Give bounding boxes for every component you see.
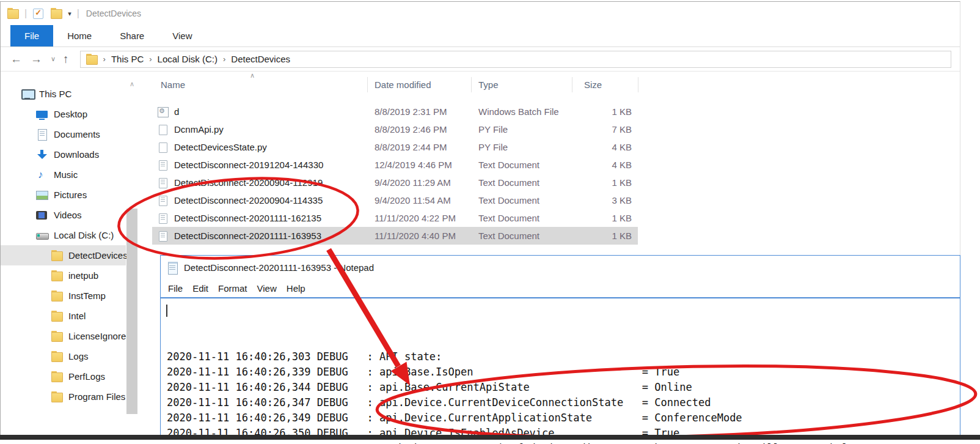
folder-icon[interactable] xyxy=(50,8,62,19)
file-row[interactable]: DetectDevicesState.py 8/8/2019 2:44 PM P… xyxy=(152,138,638,156)
file-text-icon xyxy=(157,177,169,188)
folder-icon xyxy=(51,311,63,322)
tab-view[interactable]: View xyxy=(158,25,206,46)
separator: | xyxy=(24,8,27,19)
file-size: 7 KB xyxy=(574,124,632,135)
sidebar-item[interactable]: This PC xyxy=(1,84,126,104)
breadcrumb-local-disk[interactable]: Local Disk (C:) xyxy=(158,54,218,64)
notepad-titlebar: DetectDisconnect-20201111-163953 - Notep… xyxy=(161,256,960,279)
nav-pane-items: This PC Desktop Documents Downloads Musi… xyxy=(1,84,126,407)
file-row[interactable]: DetectDisconnect-20200904-114335 9/4/202… xyxy=(152,191,638,209)
file-date-modified: 11/11/2020 4:22 PM xyxy=(375,213,456,223)
checkbox-quick-access-icon[interactable] xyxy=(32,8,45,19)
file-name: d xyxy=(174,106,179,117)
sidebar-item[interactable]: Documents xyxy=(1,124,126,144)
file-row[interactable]: DetectDisconnect-20191204-144330 12/4/20… xyxy=(152,156,638,174)
sidebar-item[interactable]: Pictures xyxy=(1,185,126,205)
sidebar-item-label: Program Files xyxy=(68,391,125,402)
file-blank-icon xyxy=(157,124,169,135)
file-date-modified: 8/8/2019 2:31 PM xyxy=(375,106,447,117)
recent-locations-chevron-icon[interactable]: ∨ xyxy=(51,55,56,63)
file-row[interactable]: DetectDisconnect-20201111-162135 11/11/2… xyxy=(152,209,638,227)
scrollbar-up-arrow-icon[interactable]: ∧ xyxy=(126,80,137,88)
file-row[interactable]: d 8/8/2019 2:31 PM Windows Batch File 1 … xyxy=(152,103,638,120)
file-rows: d 8/8/2019 2:31 PM Windows Batch File 1 … xyxy=(152,103,961,245)
folder-icon xyxy=(51,371,63,382)
file-text-icon xyxy=(157,160,169,171)
sidebar-item-label: Downloads xyxy=(54,149,99,160)
file-row[interactable]: DcnmApi.py 8/8/2019 2:46 PM PY File 7 KB xyxy=(152,120,638,138)
file-size: 4 KB xyxy=(574,142,632,152)
breadcrumb-detectdevices[interactable]: DetectDevices xyxy=(231,54,290,64)
sidebar-item[interactable]: PerfLogs xyxy=(1,366,126,387)
column-header-date-modified[interactable]: Date modified xyxy=(375,80,431,90)
sidebar-item[interactable]: Desktop xyxy=(1,104,126,124)
menu-view[interactable]: View xyxy=(257,283,277,294)
file-date-modified: 9/4/2020 11:54 AM xyxy=(375,195,451,205)
file-type: PY File xyxy=(478,124,508,135)
column-divider[interactable] xyxy=(572,77,572,92)
address-breadcrumb-box[interactable]: › This PC › Local Disk (C:) › DetectDevi… xyxy=(80,51,951,68)
sidebar-item[interactable]: Videos xyxy=(1,205,126,225)
tab-home[interactable]: Home xyxy=(53,25,106,46)
file-type: Windows Batch File xyxy=(478,106,559,117)
file-size: 1 KB xyxy=(574,213,632,223)
sidebar-item[interactable]: DetectDevices xyxy=(1,245,126,265)
column-header-type[interactable]: Type xyxy=(478,80,499,90)
file-date-modified: 8/8/2019 2:46 PM xyxy=(375,124,447,135)
log-line: 2020-11-11 16:40:26,347 DEBUG : api.Devi… xyxy=(167,395,960,410)
tab-file[interactable]: File xyxy=(10,25,53,46)
folder-icon xyxy=(86,54,98,65)
tab-share[interactable]: Share xyxy=(106,25,158,46)
sidebar-item[interactable]: LicenseIgnoreFi xyxy=(1,326,126,346)
disk-icon xyxy=(36,230,48,241)
sidebar-item-label: Intel xyxy=(68,311,86,321)
sidebar-item[interactable]: Downloads xyxy=(1,144,126,165)
file-list: ∧ Name Date modified Type Size d 8/8/201… xyxy=(152,73,961,245)
column-divider[interactable] xyxy=(638,77,638,92)
sidebar-item[interactable]: Program Files xyxy=(1,387,126,407)
column-headers: ∧ Name Date modified Type Size xyxy=(152,73,961,96)
file-type: Text Document xyxy=(478,160,539,170)
file-type: Text Document xyxy=(478,231,539,241)
file-date-modified: 8/8/2019 2:44 PM xyxy=(375,142,447,152)
column-header-name[interactable]: Name xyxy=(161,80,185,90)
sidebar-item[interactable]: Intel xyxy=(1,306,126,326)
sidebar-item-label: PerfLogs xyxy=(68,371,105,382)
file-type: Text Document xyxy=(478,213,539,223)
forward-arrow-icon[interactable]: → xyxy=(31,53,42,66)
breadcrumb-separator: › xyxy=(223,54,225,64)
up-arrow-icon[interactable]: ↑ xyxy=(63,53,69,66)
menu-help[interactable]: Help xyxy=(287,283,305,294)
text-cursor xyxy=(166,305,167,317)
folder-icon xyxy=(51,290,63,302)
sidebar-item[interactable]: inetpub xyxy=(1,265,126,286)
file-name: DcnmApi.py xyxy=(174,124,224,135)
back-arrow-icon[interactable]: ← xyxy=(10,53,22,66)
sidebar-item[interactable]: Logs xyxy=(1,346,126,366)
column-header-size[interactable]: Size xyxy=(584,80,602,90)
file-row[interactable]: DetectDisconnect-20201111-163953 11/11/2… xyxy=(152,227,638,245)
folder-icon xyxy=(51,250,63,261)
screenshot-root: | ▾ | DetectDevices File Home Share View… xyxy=(0,0,980,444)
file-row[interactable]: DetectDisconnect-20200904-112919 9/4/202… xyxy=(152,174,638,191)
address-bar: ← → ∨ ↑ › This PC › Local Disk (C:) › De… xyxy=(1,47,960,72)
column-divider[interactable] xyxy=(367,77,368,92)
videos-icon xyxy=(36,210,48,221)
breadcrumb-separator: › xyxy=(103,54,106,64)
file-text-icon xyxy=(157,195,169,206)
nav-pane-scrollbar[interactable] xyxy=(126,209,137,414)
sidebar-item[interactable]: Music xyxy=(1,165,126,185)
menu-file[interactable]: File xyxy=(168,283,183,294)
file-size: 1 KB xyxy=(574,106,632,117)
breadcrumb-this-pc[interactable]: This PC xyxy=(111,54,144,64)
column-divider[interactable] xyxy=(471,77,472,92)
notepad-text-area[interactable]: 2020-11-11 16:40:26,303 DEBUG : API stat… xyxy=(161,298,960,444)
chevron-down-icon[interactable]: ▾ xyxy=(68,10,71,18)
sidebar-item[interactable]: Local Disk (C:) xyxy=(1,225,126,245)
menu-edit[interactable]: Edit xyxy=(192,283,208,294)
window-title: DetectDevices xyxy=(86,9,141,18)
menu-format[interactable]: Format xyxy=(218,283,247,294)
sidebar-item[interactable]: InstTemp xyxy=(1,286,126,306)
sidebar-item-label: InstTemp xyxy=(68,290,106,301)
